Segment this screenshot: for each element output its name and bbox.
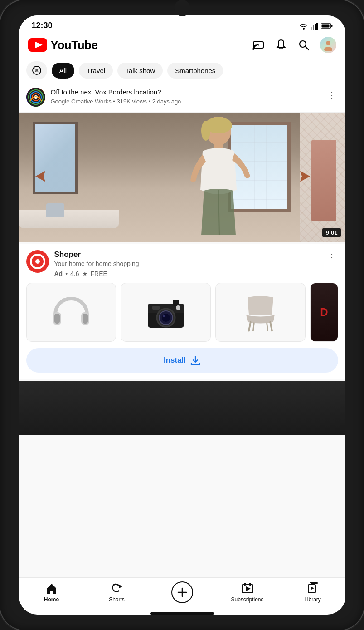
filter-bar: All Travel Talk show Smartphones: [19, 58, 345, 83]
product-camera[interactable]: [121, 283, 211, 342]
search-svg: [298, 39, 310, 51]
battery-icon: [321, 23, 333, 29]
camera-svg: [146, 294, 186, 330]
video-sub-info: Google Creative Works • 319K views • 2 d…: [51, 98, 320, 105]
ad-product-row: D: [26, 283, 338, 342]
camera-notch: [174, 0, 190, 16]
product-headphones[interactable]: [26, 283, 116, 342]
svg-point-24: [201, 121, 210, 141]
svg-point-34: [162, 314, 170, 322]
home-label: Home: [44, 596, 59, 603]
svg-rect-0: [311, 27, 312, 30]
svg-rect-1: [313, 25, 314, 30]
filter-chip-talkshow[interactable]: Talk show: [117, 63, 163, 79]
previous-video-card: Off to the next Vox Borders location? Go…: [19, 83, 345, 113]
product-chair[interactable]: [215, 283, 306, 342]
shorts-svg: [111, 582, 123, 595]
ad-separator: •: [65, 270, 68, 277]
explore-chip[interactable]: [26, 61, 47, 79]
cast-svg: [252, 40, 264, 50]
svg-rect-3: [316, 23, 318, 30]
headphones-svg: [51, 294, 92, 330]
status-bar: 12:30: [19, 15, 345, 34]
create-button[interactable]: [171, 581, 193, 603]
view-count: 319K views: [116, 98, 146, 105]
svg-point-13: [326, 41, 330, 45]
ad-rating-row: Ad • 4.6 ★ FREE: [54, 270, 325, 277]
ad-app-logo: [26, 250, 49, 273]
svg-rect-2: [315, 24, 316, 30]
svg-line-41: [253, 323, 254, 331]
filter-chip-travel[interactable]: Travel: [79, 63, 113, 79]
content-scroll-area[interactable]: Off to the next Vox Borders location? Go…: [19, 83, 345, 577]
svg-point-35: [163, 315, 165, 317]
nav-item-subscriptions[interactable]: Subscriptions: [215, 582, 280, 603]
ad-logo-dot: [35, 259, 40, 264]
nav-item-create[interactable]: [150, 581, 215, 603]
explore-icon: [32, 65, 42, 75]
ad-card: Shoper Your home for home shopping Ad • …: [19, 244, 345, 379]
filter-chip-smartphones[interactable]: Smartphones: [167, 63, 223, 79]
home-icon: [45, 582, 58, 595]
product-fourth-partial[interactable]: D: [310, 283, 338, 342]
ad-badge: Ad: [54, 270, 63, 277]
search-icon[interactable]: [297, 39, 310, 51]
ad-star-icon: ★: [82, 270, 88, 277]
chip-travel-label: Travel: [87, 67, 105, 74]
install-button[interactable]: Install: [26, 348, 338, 373]
subscriptions-svg: [241, 582, 254, 595]
add-svg: [176, 586, 188, 598]
svg-line-40: [271, 322, 272, 331]
nav-item-shorts[interactable]: Shorts: [84, 582, 150, 603]
ad-app-title: Shoper: [54, 250, 325, 259]
more-options-button[interactable]: ⋮: [325, 88, 338, 102]
main-video-thumbnail[interactable]: 9:01: [19, 113, 345, 242]
nav-item-home[interactable]: Home: [19, 582, 84, 603]
chip-all-label: All: [59, 67, 67, 74]
status-icons: [299, 22, 333, 30]
video-title-text: Off to the next Vox Borders location?: [51, 88, 320, 97]
svg-point-14: [324, 47, 332, 51]
download-icon: [190, 355, 200, 365]
phone-screen: 12:30: [19, 15, 345, 615]
library-svg: [306, 582, 319, 595]
avatar-icon[interactable]: [320, 37, 336, 53]
next-video-preview: [19, 381, 345, 435]
wifi-icon: [299, 22, 308, 30]
svg-line-39: [249, 322, 251, 331]
filter-chip-all[interactable]: All: [52, 63, 75, 79]
chip-smartphones-label: Smartphones: [175, 67, 215, 74]
channel-logo-svg: [26, 88, 45, 107]
subscriptions-icon: [241, 582, 254, 595]
ad-more-options[interactable]: ⋮: [325, 250, 338, 265]
svg-rect-28: [54, 314, 60, 324]
signal-icon: [311, 22, 318, 30]
cast-icon[interactable]: [252, 39, 265, 51]
channel-name: Google Creative Works: [51, 98, 112, 105]
avatar-svg: [322, 39, 335, 51]
status-time: 12:30: [32, 21, 53, 30]
header-icons: [252, 37, 336, 53]
towel-element: [311, 140, 336, 221]
library-icon: [306, 582, 319, 595]
ad-price: FREE: [91, 270, 107, 277]
left-arrow-svg: [32, 169, 50, 183]
svg-rect-47: [244, 583, 246, 586]
separator2: •: [149, 98, 152, 105]
svg-rect-37: [152, 306, 160, 310]
right-arrow-svg: [296, 169, 314, 183]
channel-thumbnail: [26, 88, 45, 107]
shorts-label: Shorts: [109, 596, 125, 603]
svg-marker-46: [246, 586, 251, 591]
youtube-logo-text: YouTube: [51, 38, 98, 52]
subscriptions-label: Subscriptions: [231, 596, 263, 603]
channel-thumb-inner: [26, 88, 45, 107]
ad-app-tagline: Your home for home shopping: [54, 260, 325, 267]
svg-rect-6: [331, 25, 332, 27]
youtube-logo-icon: [28, 38, 47, 52]
notifications-icon[interactable]: [275, 39, 287, 51]
svg-rect-36: [173, 300, 179, 306]
svg-marker-50: [311, 586, 314, 590]
nav-item-library[interactable]: Library: [280, 582, 345, 603]
video-duration-badge: 9:01: [322, 228, 340, 237]
